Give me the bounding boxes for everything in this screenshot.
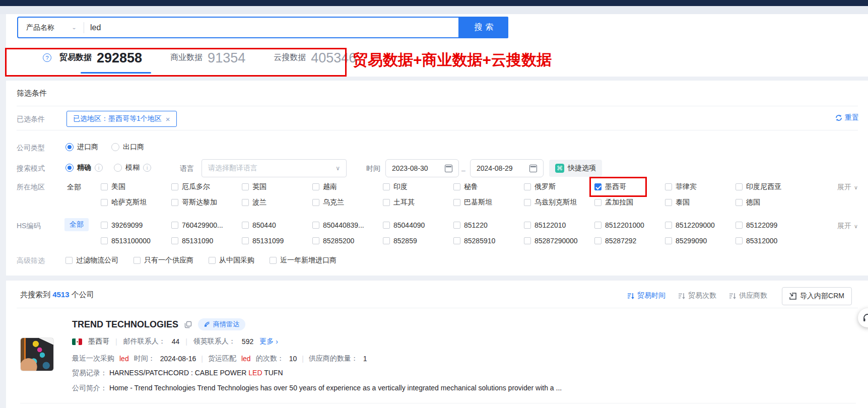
- region-checkbox[interactable]: 秘鲁: [453, 182, 524, 191]
- advanced-filter-options: 过滤物流公司 只有一个供应商 从中国采购 近一年新增进口商: [65, 256, 337, 265]
- company-name-link[interactable]: TREND TECHNOLOGIES: [72, 319, 178, 330]
- region-checkbox[interactable]: 土耳其: [383, 198, 453, 207]
- hscode-expand-link[interactable]: 展开∨: [837, 222, 858, 231]
- quick-options-button[interactable]: ⌘ 快捷选项: [549, 160, 602, 177]
- radio-off-icon: [111, 143, 119, 151]
- region-checkbox[interactable]: 印度: [383, 182, 453, 191]
- region-checkbox[interactable]: 巴基斯坦: [453, 198, 524, 207]
- chevron-down-icon: ∨: [336, 165, 340, 172]
- copy-icon[interactable]: [184, 321, 192, 328]
- divider: [17, 130, 858, 130]
- hscode-checkbox[interactable]: 85285910: [453, 237, 524, 245]
- region-checkbox[interactable]: 美国: [101, 182, 171, 191]
- hscode-checkbox[interactable]: 85299090: [665, 237, 736, 245]
- hscode-checkbox[interactable]: 85287292: [594, 237, 665, 245]
- selected-region-tag[interactable]: 已选地区：墨西哥等1个地区 ×: [66, 111, 177, 127]
- hscode-checkbox[interactable]: 85312000: [736, 237, 806, 245]
- region-checkbox[interactable]: 哈萨克斯坦: [101, 198, 171, 207]
- country-label: 墨西哥: [88, 337, 109, 346]
- company-type-options: 进口商 出口商: [65, 143, 144, 152]
- advanced-checkbox[interactable]: 近一年新增进口商: [270, 256, 337, 265]
- info-icon: i: [143, 164, 151, 172]
- hscode-checkbox[interactable]: 85122099: [736, 221, 806, 229]
- hscode-checkbox[interactable]: 85044090: [383, 221, 453, 229]
- reset-button[interactable]: 重置: [835, 113, 859, 122]
- match-count: 10: [289, 355, 297, 363]
- mexico-flag-icon: [72, 338, 82, 345]
- hscode-checkbox[interactable]: 85131090: [171, 237, 242, 245]
- hscode-checkbox[interactable]: 85285200: [312, 237, 383, 245]
- radio-exporter[interactable]: 出口商: [111, 143, 144, 152]
- hscode-label: HS编码: [17, 222, 40, 231]
- hscode-checkbox[interactable]: 85131099: [242, 237, 312, 245]
- region-row1: 美国 厄瓜多尔 英国 越南 印度 秘鲁 俄罗斯 墨西哥 菲律宾 印度尼西亚: [101, 182, 806, 191]
- region-checkbox[interactable]: 泰国: [665, 198, 736, 207]
- chevron-right-icon: ›: [276, 337, 278, 346]
- hscode-checkbox[interactable]: 760429900...: [171, 221, 242, 229]
- hscode-checkbox[interactable]: 850440839...: [312, 221, 383, 229]
- tag-close-icon[interactable]: ×: [166, 115, 170, 123]
- hscode-row2: 8513100000 85131090 85131099 85285200 85…: [101, 237, 806, 245]
- date-end-input[interactable]: 2024-08-29: [470, 159, 544, 177]
- region-checkbox[interactable]: 波兰: [242, 198, 312, 207]
- command-icon: ⌘: [555, 164, 564, 173]
- hscode-checkbox[interactable]: 85122010: [524, 221, 594, 229]
- trade-record-row: 贸易记录： HARNESS/PATCHCORD : CABLE POWER LE…: [72, 369, 283, 378]
- search-category-dropdown[interactable]: 产品名称 ⌄: [18, 23, 84, 32]
- radio-importer[interactable]: 进口商: [65, 143, 98, 152]
- hscode-checkbox[interactable]: 852859: [383, 237, 453, 245]
- business-radar-badge[interactable]: 商情雷达: [198, 318, 245, 330]
- hscode-checkbox[interactable]: 85287290000: [524, 237, 594, 245]
- advanced-checkbox[interactable]: 只有一个供应商: [133, 256, 193, 265]
- radio-on-icon: [65, 143, 74, 151]
- search-mode-label: 搜索模式: [17, 164, 45, 173]
- hscode-checkbox[interactable]: 39269099: [101, 221, 171, 229]
- sort-trade-time[interactable]: 贸易时间: [628, 291, 665, 300]
- info-icon: i: [95, 164, 103, 172]
- sort-icon: [679, 293, 685, 299]
- region-all-link[interactable]: 全部: [67, 183, 81, 192]
- hscode-checkbox[interactable]: 8512201000: [594, 221, 665, 229]
- radio-fuzzy[interactable]: 模糊 i: [114, 163, 151, 172]
- top-band: [0, 6, 868, 14]
- advanced-checkbox[interactable]: 过滤物流公司: [65, 256, 118, 265]
- annotation-rect-tabs: [5, 48, 347, 77]
- region-checkbox[interactable]: 越南: [312, 182, 383, 191]
- sort-supplier-count[interactable]: 供应商数: [729, 291, 767, 300]
- region-expand-link[interactable]: 展开∨: [837, 183, 858, 192]
- chevron-down-icon: ⌄: [72, 25, 77, 30]
- search-box: 产品名称 ⌄: [17, 17, 459, 38]
- sort-trade-count[interactable]: 贸易次数: [679, 291, 716, 300]
- refresh-icon: [835, 114, 842, 121]
- region-checkbox[interactable]: 乌克兰: [312, 198, 383, 207]
- purchase-info-row: 最近一次采购led时间： 2024-08-16 | 货运匹配led的次数： 10…: [72, 354, 367, 363]
- language-select[interactable]: 请选择翻译语言 ∨: [202, 159, 347, 177]
- region-checkbox[interactable]: 哥斯达黎加: [171, 198, 242, 207]
- hscode-checkbox[interactable]: 850440: [242, 221, 312, 229]
- date-start-input[interactable]: 2023-08-30: [385, 159, 459, 177]
- hscode-checkbox[interactable]: 8512209000: [665, 221, 736, 229]
- search-button[interactable]: 搜索: [459, 17, 508, 38]
- import-crm-button[interactable]: 导入内部CRM: [782, 287, 852, 305]
- region-checkbox[interactable]: 俄罗斯: [524, 182, 594, 191]
- region-checkbox[interactable]: 厄瓜多尔: [171, 182, 242, 191]
- hscode-checkbox[interactable]: 8513100000: [101, 237, 171, 245]
- region-checkbox[interactable]: 印度尼西亚: [736, 182, 806, 191]
- region-checkbox[interactable]: 德国: [736, 198, 806, 207]
- search-mode-options: 精确 i 模糊 i: [65, 163, 151, 172]
- advanced-checkbox[interactable]: 从中国采购: [209, 256, 254, 265]
- region-checkbox[interactable]: 乌兹别克斯坦: [524, 198, 594, 207]
- hscode-all-link[interactable]: 全部: [64, 218, 89, 231]
- advanced-filter-label: 高级筛选: [17, 256, 45, 265]
- search-input[interactable]: [84, 23, 458, 32]
- hscode-checkbox[interactable]: 851220: [453, 221, 524, 229]
- radio-exact[interactable]: 精确 i: [65, 163, 103, 172]
- keyword-highlight: LED: [248, 369, 262, 377]
- region-checkbox[interactable]: 菲律宾: [665, 182, 736, 191]
- region-checkbox[interactable]: 英国: [242, 182, 312, 191]
- keyword-highlight: led: [119, 355, 129, 363]
- company-thumbnail[interactable]: [20, 337, 54, 371]
- chevron-down-icon: ∨: [854, 184, 858, 191]
- region-checkbox[interactable]: 孟加拉国: [594, 198, 665, 207]
- more-link[interactable]: 更多 ›: [259, 337, 278, 346]
